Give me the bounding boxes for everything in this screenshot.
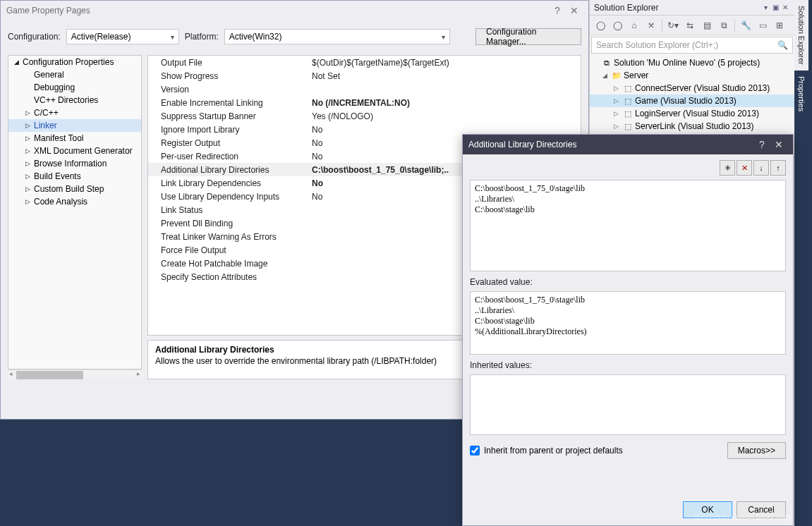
inherited-label: Inherited values:: [470, 360, 786, 370]
inherited-textarea: [470, 374, 786, 435]
search-icon: 🔍: [777, 40, 788, 50]
evaluated-label: Evaluated value:: [470, 277, 786, 287]
project-icon: ⬚: [622, 122, 634, 131]
property-row[interactable]: Show ProgressNot Set: [148, 69, 581, 82]
show-all-icon[interactable]: ▤: [699, 18, 715, 33]
se-title: Solution Explorer: [594, 3, 761, 13]
help-button[interactable]: ?: [753, 139, 770, 150]
config-tree[interactable]: ◢Configuration Properties General Debugg…: [8, 55, 142, 369]
solution-icon: ⧉: [601, 59, 612, 68]
project-icon: ⬚: [622, 84, 634, 93]
close-icon[interactable]: ✕: [780, 4, 790, 11]
window-pos-icon[interactable]: ▾: [761, 4, 770, 11]
copy-icon[interactable]: ⧉: [716, 18, 732, 33]
tab-properties[interactable]: Properties: [794, 71, 808, 117]
close-button[interactable]: ✕: [770, 139, 787, 150]
popup-title: Additional Library Directories: [468, 140, 753, 149]
collapse-icon[interactable]: ⇆: [682, 18, 698, 33]
edit-textarea[interactable]: C:\boost\boost_1_75_0\stage\lib ..\Libra…: [470, 180, 786, 271]
project-icon: ⬚: [622, 109, 634, 118]
evaluated-textarea: C:\boost\boost_1_75_0\stage\lib ..\Libra…: [470, 291, 786, 355]
properties-icon[interactable]: 🔧: [738, 18, 753, 33]
macros-button[interactable]: Macros>>: [727, 442, 786, 459]
configuration-manager-button[interactable]: Configuration Manager...: [475, 28, 581, 45]
sync-icon[interactable]: ⤧: [643, 18, 659, 33]
delete-icon[interactable]: ✕: [737, 160, 752, 176]
titlebar: Game Property Pages ? ✕: [1, 1, 588, 20]
tree-hscroll[interactable]: [8, 369, 142, 379]
project-icon: ⬚: [622, 97, 634, 106]
tab-solution-explorer[interactable]: Solution Explorer: [794, 0, 808, 71]
additional-lib-dir-dialog: Additional Library Directories ? ✕ ✳ ✕ ↓…: [462, 134, 794, 526]
pin-icon[interactable]: ▣: [770, 4, 780, 11]
move-down-icon[interactable]: ↓: [753, 160, 769, 176]
configuration-label: Configuration:: [8, 32, 61, 42]
platform-dropdown[interactable]: Active(Win32): [224, 29, 450, 44]
folder-icon: 📁: [611, 71, 622, 80]
forward-icon[interactable]: ◯: [610, 18, 625, 33]
side-tabs: Solution Explorer Properties: [794, 0, 812, 526]
se-toolbar: ◯ ◯ ⌂ ⤧ ↻▾ ⇆ ▤ ⧉ 🔧 ▭ ⊞: [590, 16, 794, 35]
inherit-label: Inherit from parent or project defaults: [484, 446, 623, 455]
property-row[interactable]: Version: [148, 82, 581, 96]
back-icon[interactable]: ◯: [593, 18, 608, 33]
refresh-icon[interactable]: ↻▾: [665, 18, 681, 33]
window-title: Game Property Pages: [6, 6, 549, 16]
help-button[interactable]: ?: [549, 5, 566, 16]
configuration-dropdown[interactable]: Active(Release): [66, 29, 179, 44]
config-row: Configuration: Active(Release) Platform:…: [1, 20, 588, 55]
preview-icon[interactable]: ▭: [755, 18, 770, 33]
inherit-checkbox[interactable]: [470, 446, 480, 455]
platform-label: Platform:: [185, 32, 219, 42]
se-search[interactable]: Search Solution Explorer (Ctrl+;) 🔍: [591, 37, 793, 54]
view-icon[interactable]: ⊞: [772, 18, 787, 33]
home-icon[interactable]: ⌂: [626, 18, 642, 33]
close-button[interactable]: ✕: [566, 5, 583, 16]
se-tree[interactable]: ⧉Solution 'Mu Online Nuevo' (5 projects)…: [590, 55, 794, 147]
move-up-icon[interactable]: ↑: [770, 160, 786, 176]
cancel-button[interactable]: Cancel: [737, 501, 786, 518]
new-line-icon[interactable]: ✳: [720, 160, 735, 176]
ok-button[interactable]: OK: [683, 501, 732, 518]
tree-linker: ▷Linker: [8, 119, 141, 132]
property-row[interactable]: Enable Incremental LinkingNo (/INCREMENT…: [148, 96, 581, 109]
property-row[interactable]: Suppress Startup BannerYes (/NOLOGO): [148, 109, 581, 123]
tree-root: Configuration Properties: [23, 57, 114, 67]
project-game: ▷⬚Game (Visual Studio 2013): [590, 94, 794, 107]
property-row[interactable]: Output File$(OutDir)$(TargetName)$(Targe…: [148, 56, 581, 69]
